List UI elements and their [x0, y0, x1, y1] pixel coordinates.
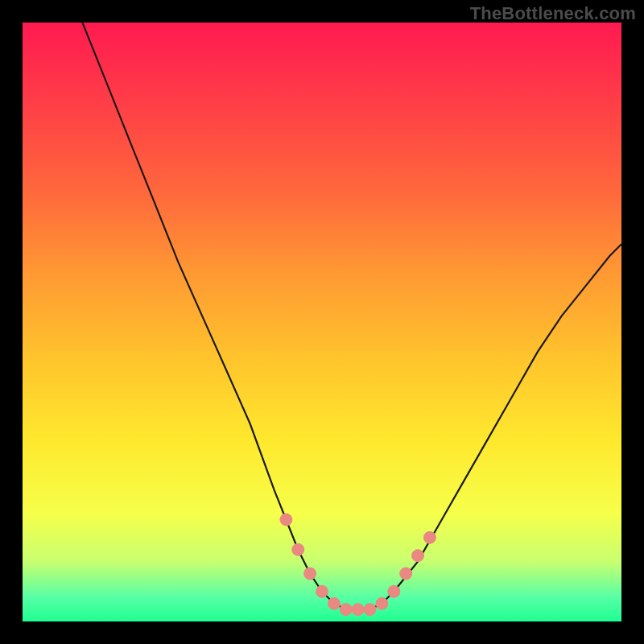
- bottleneck-curve: [23, 23, 621, 621]
- curve-marker: [352, 604, 364, 616]
- curve-marker: [304, 568, 316, 580]
- curve-marker: [412, 550, 424, 562]
- watermark-text: TheBottleneck.com: [470, 3, 636, 24]
- curve-marker: [400, 568, 412, 580]
- curve-marker: [316, 585, 328, 597]
- chart-frame: TheBottleneck.com: [0, 0, 644, 644]
- curve-marker: [388, 585, 400, 597]
- curve-marker: [364, 604, 376, 616]
- curve-path: [82, 23, 621, 609]
- curve-marker: [292, 543, 304, 555]
- curve-marker: [280, 514, 292, 526]
- plot-area: [23, 23, 621, 621]
- curve-marker: [423, 531, 436, 543]
- curve-marker: [340, 604, 352, 616]
- curve-marker: [376, 597, 388, 609]
- curve-marker: [328, 597, 340, 609]
- curve-markers: [280, 514, 436, 616]
